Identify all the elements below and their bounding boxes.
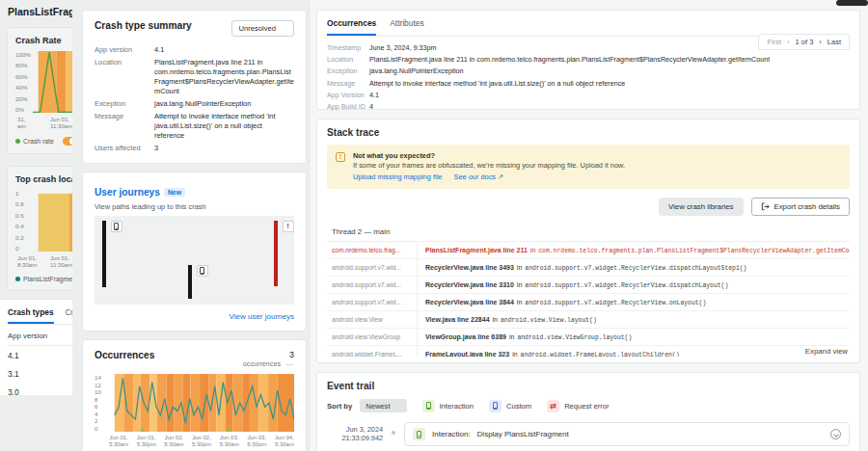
event-trail-title: Event trail	[327, 381, 850, 391]
error-icon: !	[286, 223, 289, 230]
legend-request-error: ⇄ Request error	[547, 400, 609, 412]
summary-row: Message Attempt to invoke interface meth…	[95, 112, 294, 140]
upload-mapping-link[interactable]: Upload missing mapping file	[353, 172, 442, 181]
location-dot-icon	[15, 277, 20, 281]
journey-bar	[102, 221, 106, 287]
stack-trace-title: Stack trace	[327, 127, 850, 138]
status-dropdown[interactable]: Unresolved	[231, 20, 294, 37]
warning-toggle[interactable]	[63, 137, 72, 146]
event-trail-card: Event trail Sort by Newest Interaction C…	[316, 372, 860, 451]
export-icon	[761, 202, 770, 211]
stack-frame-row[interactable]: android.view.ViewGroup ViewGroup.java li…	[327, 329, 850, 346]
occurrences-y-axis: 14 12 10 8 6 4 2 0	[95, 374, 109, 432]
pager-prev-icon[interactable]: ‹	[787, 38, 790, 46]
top-locations-title: Top crash locations	[15, 174, 72, 184]
pager-last[interactable]: Last	[827, 38, 841, 46]
crash-rate-y-axis: 100% 80% 60% 40% 20% 0%	[15, 51, 33, 113]
crash-analysis-screen: PlansListFragment Crash Rate 100% 80% 60…	[0, 0, 868, 451]
occurrences-title: Occurrences	[95, 350, 154, 360]
detail-field: App Build ID 4	[327, 102, 850, 112]
detail-field: App Version 4.1	[327, 91, 850, 100]
expand-view-link[interactable]: Expand view	[805, 347, 848, 356]
crash-summary-column: Crash type summary Unresolved App versio…	[82, 10, 307, 451]
stack-frame-row[interactable]: android.support.v7.wid... RecyclerView.j…	[327, 259, 850, 277]
stack-trace-card: Stack trace ! Not what you expected? If …	[316, 119, 860, 363]
occurrence-detail-column: Occurrences Attributes First ‹ 1 of 3 › …	[309, 0, 868, 451]
new-badge: New	[164, 188, 185, 197]
tab-occurrences[interactable]: Occurrences	[327, 18, 376, 36]
version-row[interactable]: 4.1	[8, 346, 72, 364]
legend-interaction: Interaction	[422, 400, 474, 412]
crash-rate-card: Crash Rate 100% 80% 60% 40% 20% 0% 31, a…	[7, 27, 72, 154]
stack-frame-row[interactable]: android.support.v7.wid... RecyclerView.j…	[327, 277, 850, 294]
view-crash-libraries-button[interactable]: View crash libraries	[659, 198, 743, 216]
see-docs-link[interactable]: See our docs	[454, 172, 497, 181]
crash-group-title: PlansListFragment	[8, 6, 72, 17]
crash-node-badge: !	[283, 221, 294, 232]
user-journeys-card: User journeysNew View paths leading up t…	[82, 172, 307, 332]
thread-label: Thread 2 — main	[327, 224, 850, 242]
crash-rate-chart: 100% 80% 60% 40% 20% 0%	[15, 51, 72, 113]
sidebar: PlansListFragment Crash Rate 100% 80% 60…	[0, 0, 72, 451]
occurrence-pager: First ‹ 1 of 3 › Last	[758, 34, 850, 50]
stack-frame-row[interactable]: android.widget.FrameL... FrameLayout.jav…	[327, 346, 850, 357]
user-journeys-subtitle: View paths leading up to this crash	[95, 202, 294, 211]
occurrences-x-axis: Jun 01, 5:30am Jun 01, 5:30pm Jun 02, 5:…	[109, 435, 294, 448]
legend-custom: Custom	[489, 400, 531, 412]
crash-rate-plot	[33, 51, 72, 113]
crash-rate-x-axis: 31, am Jun 01, 11:30am Jun 01, 5:30pm	[15, 116, 72, 130]
sort-by-label: Sort by	[327, 402, 352, 411]
stack-frame-row[interactable]: android.support.v7.wid... RecyclerView.j…	[327, 294, 850, 311]
export-crash-details-button[interactable]: Export crash details	[751, 198, 850, 216]
occurrence-count: 3	[243, 350, 294, 359]
version-row[interactable]: 3.0	[8, 383, 72, 401]
summary-row: Location PlansListFragment.java line 211…	[95, 58, 294, 95]
interaction-icon	[422, 400, 435, 412]
view-user-journeys-link[interactable]: View user journeys	[95, 312, 294, 321]
top-locations-chart: 1 0.8 0.6 0.4 0.2 0	[15, 190, 72, 252]
event-entry: Jun 3, 2024 21:33:09.942 Interaction: Di…	[327, 422, 850, 446]
summary-row: Users affected 3	[95, 144, 294, 153]
screen-node-badge	[111, 221, 122, 232]
breakdown-tabs: Crash types Crash pro	[8, 300, 72, 325]
tab-crash-profiles[interactable]: Crash pro	[66, 307, 73, 324]
top-crash-locations-card: Top crash locations 1 0.8 0.6 0.4 0.2 0 …	[7, 166, 72, 291]
scrollbar-thumb[interactable]	[836, 0, 868, 6]
event-card[interactable]: Interaction: Display PlansListFragment	[404, 422, 850, 446]
user-journeys-diagram: !	[95, 216, 294, 305]
phone-icon	[200, 267, 204, 275]
top-locations-x-axis: Jun 01, 8:30am Jun 01, 11:30am Jun 01, 2…	[15, 254, 72, 269]
pager-next-icon[interactable]: ›	[819, 38, 822, 46]
tab-crash-types[interactable]: Crash types	[8, 307, 54, 324]
warning-icon: !	[336, 152, 345, 162]
detail-field: Location PlansListFragment.java line 211…	[327, 55, 850, 65]
occurrences-chart-card: Occurrences 3 occurrences … 14 12 10 8 6…	[82, 339, 307, 451]
request-error-icon: ⇄	[547, 400, 559, 412]
stack-frame-row[interactable]: com.nrdemo.telco.frag... PlansListFragme…	[327, 242, 850, 259]
screen-node-badge	[197, 265, 208, 277]
interaction-icon	[413, 428, 425, 440]
tab-attributes[interactable]: Attributes	[390, 18, 423, 36]
more-menu-icon[interactable]: …	[285, 361, 294, 365]
crash-rate-legend: Crash rate Warning	[15, 137, 72, 146]
sort-dropdown[interactable]: Newest	[360, 399, 406, 412]
crash-rate-dot-icon	[15, 139, 20, 144]
mapping-file-banner: ! Not what you expected? If some of your…	[327, 145, 850, 189]
occurrence-detail-card: Occurrences Attributes First ‹ 1 of 3 › …	[316, 10, 860, 110]
crash-rate-title: Crash Rate	[15, 36, 72, 45]
top-locations-plot	[33, 190, 72, 252]
event-expand-icon[interactable]	[830, 429, 841, 439]
crash-breakdown-panel: Crash types Crash pro App version 4.1 3.…	[0, 299, 72, 395]
summary-row: Exception java.lang.NullPointerException	[95, 99, 294, 109]
external-link-icon: ↗	[498, 172, 503, 181]
stack-frame-row[interactable]: android.view.View View.java line 22844in…	[327, 311, 850, 329]
journey-bar	[188, 265, 192, 299]
pager-first[interactable]: First	[767, 38, 781, 46]
phone-icon	[114, 223, 119, 230]
user-journeys-title: User journeys	[95, 187, 160, 198]
summary-row: App version 4.1	[95, 45, 294, 55]
detail-field: Message Attempt to invoke interface meth…	[327, 79, 850, 89]
pager-position: 1 of 3	[796, 38, 814, 46]
app-version-header: App version	[8, 332, 72, 346]
version-row[interactable]: 3.1	[8, 364, 72, 383]
